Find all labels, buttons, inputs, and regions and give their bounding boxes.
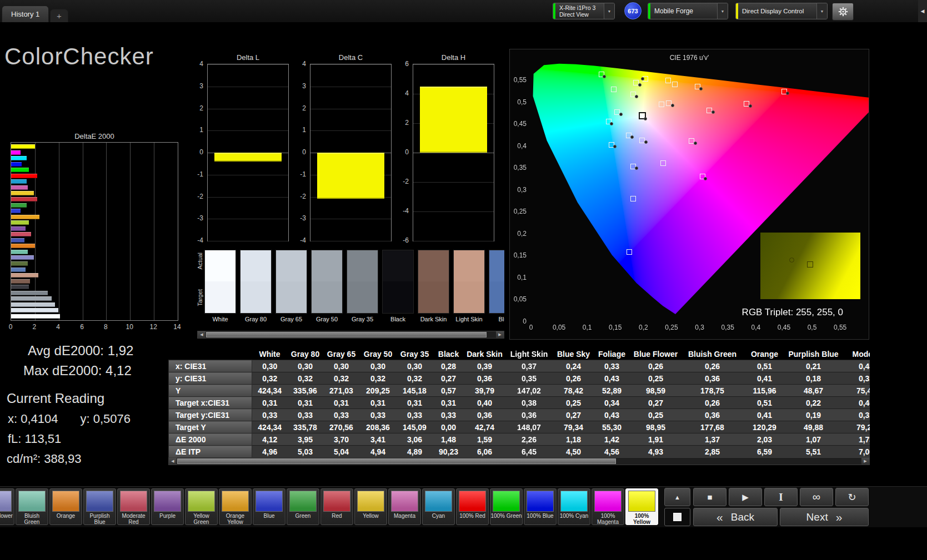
- patch-button-bluish-green[interactable]: Bluish Green: [16, 488, 48, 525]
- play-button[interactable]: ▶: [729, 488, 762, 506]
- patch-button-yellow-green[interactable]: Yellow Green: [185, 488, 218, 525]
- patch-button-label: 100% Red: [457, 512, 488, 519]
- patch-button-orange[interactable]: Orange: [49, 488, 82, 525]
- table-cell: 0,34: [594, 397, 630, 409]
- table-cell: 6,59: [743, 446, 786, 458]
- swatch-scrollbar[interactable]: ◀ ▶: [197, 331, 504, 339]
- axis-tick-label: -4: [197, 236, 203, 244]
- patch-color-swatch: [357, 491, 384, 512]
- back-button[interactable]: « Back: [693, 508, 778, 526]
- patch-button-label: Blue: [253, 512, 285, 519]
- patch-button-blue[interactable]: Blue: [253, 488, 285, 525]
- patch-comparison-strip: Actual Target WhiteGray 80Gray 65Gray 50…: [197, 246, 504, 340]
- table-column-header: Dark Skin: [464, 348, 505, 360]
- scroll-up-button[interactable]: ▲: [664, 488, 690, 506]
- meter-dropdown[interactable]: X-Rite i1Pro 3 Direct View ▼: [553, 3, 615, 19]
- patch-button-moderate-red[interactable]: Moderate Red: [117, 488, 150, 525]
- patch-button-orange-yellow[interactable]: Orange Yellow: [219, 488, 252, 525]
- scrollbar-thumb[interactable]: [177, 458, 616, 464]
- swatch-color: [418, 250, 449, 314]
- table-cell: 2,26: [505, 433, 553, 446]
- current-reading-heading: Current Reading: [7, 391, 168, 406]
- patch-button-purple[interactable]: Purple: [151, 488, 184, 525]
- axis-tick-label: -2: [300, 193, 306, 200]
- colorchecker-screen: History 1 + X-Rite i1Pro 3 Direct View ▼…: [0, 0, 927, 560]
- table-cell: 0,33: [323, 409, 360, 421]
- table-row: x: CIE310,300,300,300,300,300,280,390,37…: [169, 360, 870, 372]
- tab-history-1[interactable]: History 1: [2, 6, 49, 22]
- patch-button-purplish-blue[interactable]: Purplish Blue: [83, 488, 116, 525]
- settings-button[interactable]: [832, 3, 854, 21]
- patch-button-yellow[interactable]: Yellow: [354, 488, 387, 525]
- table-cell: 0,30: [252, 360, 288, 372]
- gridline: [310, 219, 391, 219]
- pause-button[interactable]: I: [764, 488, 798, 506]
- stop-button[interactable]: ■: [693, 488, 726, 506]
- table-cell: 75,45: [841, 385, 870, 397]
- table-cell: 1,42: [594, 433, 630, 446]
- patch-button-red[interactable]: Red: [320, 488, 353, 525]
- axis-tick-label: 0,45: [775, 324, 793, 331]
- source-dropdown[interactable]: Mobile Forge ▼: [648, 3, 728, 19]
- patch-button-100-green[interactable]: 100% Green: [490, 488, 523, 525]
- axis-tick-label: 3: [199, 82, 203, 90]
- table-cell: 0,27: [553, 409, 594, 421]
- patch-button-100-yellow[interactable]: 100% Yellow: [625, 488, 658, 525]
- deltae-gridline: [130, 143, 131, 320]
- gridline: [413, 64, 494, 65]
- scrollbar-thumb[interactable]: [206, 332, 487, 337]
- display-control-dropdown[interactable]: Direct Display Control ▼: [735, 3, 828, 19]
- deltae-bar: [11, 232, 31, 236]
- cie-measured-dot: [704, 177, 707, 180]
- patch-button-label: 100% Green: [490, 512, 522, 519]
- table-cell: 0,31: [841, 409, 870, 421]
- table-scrollbar[interactable]: ◀ ▶: [168, 457, 870, 465]
- deltae-bar: [11, 244, 35, 248]
- sc-l-bar: [214, 153, 282, 162]
- axis-tick-label: 0,25: [510, 208, 527, 215]
- table-cell: 1,91: [630, 433, 682, 446]
- table-cell: 0,36: [464, 372, 505, 385]
- patch-button-magenta[interactable]: Magenta: [388, 488, 421, 525]
- continuous-measure-button[interactable]: ∞: [800, 488, 833, 506]
- next-button[interactable]: Next »: [780, 508, 869, 526]
- patch-button-100-cyan[interactable]: 100% Cyan: [558, 488, 590, 525]
- axis-tick-label: 0: [302, 148, 306, 156]
- collapse-panel-button[interactable]: ◀: [918, 0, 927, 22]
- table-cell: 0,30: [288, 360, 323, 372]
- cie-measured-dot: [699, 87, 703, 90]
- deltae-bar: [11, 238, 24, 243]
- deltae-bar: [11, 150, 21, 155]
- patch-button-label: Magenta: [389, 512, 420, 519]
- swatch-color: [240, 250, 272, 314]
- axis-tick-label: 0,25: [663, 324, 680, 331]
- table-cell: 335,96: [288, 385, 323, 397]
- table-cell: 1,73: [841, 433, 870, 446]
- table-cell: 178,75: [682, 385, 743, 397]
- scroll-right-icon[interactable]: ▶: [861, 458, 869, 465]
- patch-button-100-blue[interactable]: 100% Blue: [524, 488, 557, 525]
- scroll-left-icon[interactable]: ◀: [198, 331, 206, 338]
- axis-tick-label: 0,05: [510, 295, 527, 303]
- patch-button-100-magenta[interactable]: 100% Magenta: [592, 488, 624, 525]
- patch-color-swatch: [323, 491, 350, 512]
- patch-button-100-red[interactable]: 100% Red: [456, 488, 489, 525]
- deltae-bar: [11, 156, 27, 160]
- scroll-right-icon[interactable]: ▶: [496, 331, 504, 338]
- patch-button-cyan[interactable]: Cyan: [422, 488, 455, 525]
- up-arrow-icon: ▲: [674, 494, 680, 501]
- plus-icon: +: [57, 11, 62, 21]
- repeat-measure-button[interactable]: ↻: [835, 488, 869, 506]
- deltae-bar: [11, 273, 38, 278]
- patch-button-blue-flower[interactable]: Blue Flower: [0, 488, 14, 525]
- scroll-left-icon[interactable]: ◀: [169, 458, 177, 465]
- pattern-window-button[interactable]: [664, 508, 690, 526]
- new-tab-button[interactable]: +: [50, 9, 68, 22]
- axis-tick-label: -6: [403, 236, 409, 244]
- axis-tick-label: 0,05: [550, 324, 568, 331]
- patch-button-green[interactable]: Green: [287, 488, 319, 525]
- delta-l-plot-area: [207, 64, 289, 241]
- delta-l-title: Delta L: [207, 53, 289, 62]
- patch-color-swatch: [289, 491, 317, 512]
- table-column-header: Blue Sky: [553, 348, 594, 360]
